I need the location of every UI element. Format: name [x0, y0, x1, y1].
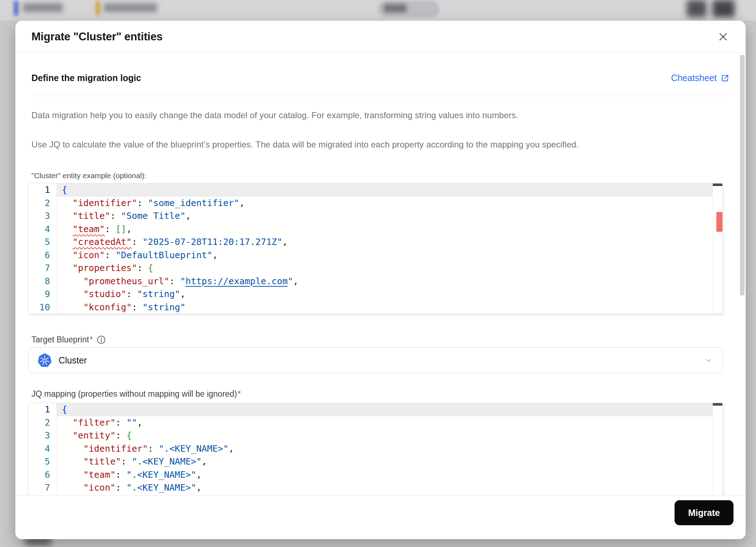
- code-token: "Some Title": [121, 211, 186, 221]
- code-token: "icon": [83, 482, 115, 493]
- editor-scrollbar-thumb[interactable]: [713, 184, 722, 186]
- code-token: [62, 443, 83, 454]
- code-line: 5 "title": ".<KEY_NAME>",: [29, 455, 722, 468]
- code-line: 1{: [29, 403, 722, 416]
- code-token: ,: [196, 482, 202, 493]
- code-token: :: [137, 263, 148, 273]
- code-token: "title": [83, 456, 121, 467]
- background-tab-label: [23, 3, 63, 12]
- code-line: 2 "filter": "",: [29, 416, 722, 430]
- code-token: [62, 482, 83, 493]
- target-blueprint-label-text: Target Blueprint*: [31, 335, 93, 345]
- migrate-button[interactable]: Migrate: [675, 500, 733, 525]
- code-token: "DefaultBlueprint": [116, 250, 213, 260]
- code-token: "createdAt": [73, 237, 132, 247]
- code-token: :: [110, 211, 121, 221]
- description-line-2: Use JQ to calculate the value of the blu…: [31, 139, 724, 151]
- code-line: 7 "icon": ".<KEY_NAME>",: [29, 481, 722, 495]
- code-token: :: [126, 289, 137, 299]
- line-number: 4: [29, 223, 56, 236]
- code-content: "team": [],: [56, 223, 722, 236]
- background-page: [0, 0, 756, 21]
- code-token: [62, 224, 73, 234]
- code-token: ".<KEY_NAME>": [126, 482, 197, 493]
- code-token: [62, 417, 73, 428]
- code-token: {: [148, 263, 153, 273]
- code-content: "icon": "DefaultBlueprint",: [56, 249, 722, 262]
- code-token: "team": [83, 470, 115, 480]
- code-token: ".<KEY_NAME>": [126, 470, 197, 480]
- target-blueprint-select[interactable]: Cluster: [28, 347, 723, 373]
- code-token: :: [116, 417, 126, 428]
- line-number: 4: [29, 442, 56, 456]
- code-token: "string": [137, 289, 180, 299]
- background-toolbar-item: [687, 0, 706, 17]
- code-line: 8 "prometheus_url": "https://example.com…: [29, 275, 722, 288]
- code-token: [62, 250, 73, 260]
- code-token: {: [126, 430, 132, 441]
- cheatsheet-link[interactable]: Cheatsheet: [671, 73, 730, 83]
- code-token: "filter": [73, 417, 115, 428]
- code-token: :: [137, 198, 148, 208]
- kubernetes-icon: [38, 353, 51, 367]
- code-line: 6 "team": ".<KEY_NAME>",: [29, 468, 722, 482]
- jq-mapping-editor[interactable]: 1{2 "filter": "",3 "entity": {4 "identif…: [28, 403, 723, 496]
- line-number: 6: [29, 468, 56, 482]
- code-token: [62, 456, 83, 467]
- entity-example-editor[interactable]: 1{2 "identifier": "some_identifier",3 "t…: [28, 183, 723, 314]
- editor-scrollbar-thumb[interactable]: [713, 403, 722, 406]
- code-token: "identifier": [73, 198, 137, 208]
- line-number: 6: [29, 249, 56, 262]
- code-token: "": [126, 417, 137, 428]
- code-line: 2 "identifier": "some_identifier",: [29, 197, 722, 210]
- line-number: 1: [29, 403, 56, 416]
- code-token: [62, 302, 83, 312]
- code-token: :: [116, 470, 126, 480]
- code-token: ,: [239, 198, 245, 208]
- code-token: [62, 276, 83, 286]
- code-line: 4 "identifier": ".<KEY_NAME>",: [29, 442, 722, 456]
- code-token: :: [169, 276, 180, 286]
- code-line: 7 "properties": {: [29, 262, 722, 275]
- error-overview-marker: [716, 212, 722, 232]
- line-number: 3: [29, 429, 56, 442]
- modal-header: Migrate "Cluster" entities: [15, 21, 746, 53]
- code-token: "string": [143, 302, 185, 312]
- code-token: ,: [196, 470, 202, 480]
- line-number: 2: [29, 416, 56, 430]
- code-token: :: [105, 224, 115, 234]
- external-link-icon: [720, 74, 730, 83]
- modal-scrollbar-thumb[interactable]: [740, 55, 745, 296]
- editor-scrollbar[interactable]: [712, 403, 722, 495]
- code-content: "studio": "string",: [56, 288, 722, 301]
- code-token: :: [132, 302, 143, 312]
- info-icon[interactable]: [96, 335, 106, 345]
- code-token: [62, 198, 73, 208]
- editor-scrollbar[interactable]: [712, 184, 722, 313]
- entity-example-label-text: "Cluster" entity example (optional):: [31, 171, 146, 180]
- line-number: 5: [29, 455, 56, 468]
- code-token: []: [116, 224, 126, 234]
- line-number: 8: [29, 275, 56, 288]
- code-token: [62, 263, 73, 273]
- code-token: "identifier": [83, 443, 148, 454]
- code-token: [62, 211, 73, 221]
- code-content: "entity": {: [56, 429, 722, 442]
- target-blueprint-label: Target Blueprint*: [31, 335, 106, 345]
- section-row: Define the migration logic Cheatsheet: [31, 73, 730, 83]
- line-number: 5: [29, 236, 56, 249]
- line-number: 7: [29, 262, 56, 275]
- code-line: 5 "createdAt": "2025-07-28T11:20:17.271Z…: [29, 236, 722, 249]
- code-token: "properties": [73, 263, 137, 273]
- modal-footer: Migrate: [15, 495, 746, 539]
- code-line: 1{: [29, 184, 722, 197]
- code-token: [62, 470, 83, 480]
- code-token: "entity": [73, 430, 115, 441]
- code-token: ,: [185, 211, 191, 221]
- line-number: 3: [29, 210, 56, 223]
- close-button[interactable]: [717, 30, 730, 43]
- code-token: [62, 237, 73, 247]
- code-token: ,: [180, 289, 185, 299]
- code-token: ": [180, 276, 185, 286]
- background-search-text: [384, 4, 407, 12]
